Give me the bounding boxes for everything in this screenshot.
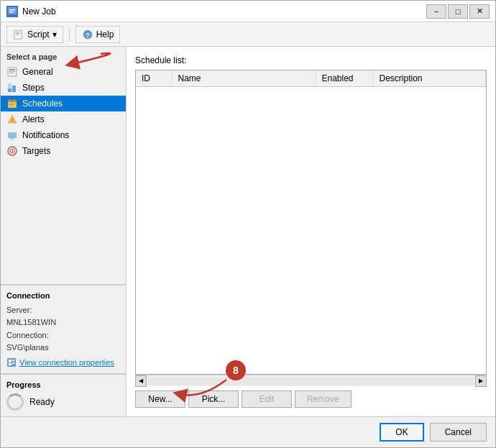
alerts-icon: ! — [6, 114, 18, 125]
window-icon — [6, 6, 18, 17]
close-button[interactable]: ✕ — [469, 4, 490, 19]
title-bar: New Job − □ ✕ — [1, 1, 495, 22]
sidebar-item-notifications[interactable]: Notifications — [1, 127, 126, 143]
ok-button[interactable]: OK — [380, 423, 423, 442]
svg-rect-5 — [16, 33, 20, 34]
progress-section: Progress Ready — [1, 373, 126, 416]
svg-rect-2 — [9, 12, 14, 13]
schedule-table-container[interactable]: ID Name Enabled Description — [135, 70, 487, 375]
sidebar: Select a page General — [1, 47, 127, 416]
svg-rect-20 — [9, 104, 11, 105]
col-header-name: Name — [172, 70, 316, 87]
svg-rect-24 — [8, 132, 17, 138]
pick-button[interactable]: Pick... — [188, 390, 239, 408]
sidebar-label-alerts: Alerts — [22, 114, 45, 124]
sidebar-label-general: General — [22, 67, 53, 77]
view-connection-properties-link[interactable]: View connection properties — [6, 357, 120, 367]
sidebar-item-schedules[interactable]: Schedules — [1, 96, 126, 111]
svg-rect-1 — [9, 9, 15, 11]
svg-rect-33 — [9, 363, 12, 365]
script-button[interactable]: Script ▾ — [6, 26, 63, 43]
footer: OK Cancel — [1, 416, 495, 447]
sidebar-item-steps[interactable]: Steps — [1, 80, 126, 96]
sidebar-label-targets: Targets — [22, 146, 50, 156]
svg-rect-6 — [16, 35, 19, 35]
svg-rect-13 — [8, 88, 12, 92]
progress-section-title: Progress — [6, 380, 120, 389]
svg-point-28 — [12, 150, 13, 152]
sidebar-label-notifications: Notifications — [22, 130, 69, 140]
cancel-button[interactable]: Cancel — [430, 423, 487, 442]
connection-value: SVG\planas — [6, 342, 120, 355]
svg-rect-19 — [14, 99, 15, 101]
col-header-description: Description — [373, 70, 486, 87]
svg-rect-30 — [9, 360, 12, 362]
remove-button[interactable]: Remove — [295, 390, 352, 408]
table-header-row: ID Name Enabled Description — [136, 70, 486, 87]
connection-section-title: Connection — [6, 291, 120, 300]
toolbar: Script ▾ ? Help — [1, 22, 495, 47]
svg-text:?: ? — [86, 32, 90, 39]
sidebar-label-steps: Steps — [22, 83, 45, 93]
sidebar-item-targets[interactable]: Targets — [1, 143, 126, 159]
title-controls: − □ ✕ — [426, 4, 490, 19]
connection-info: Server: MNL1581WIN Connection: SVG\plana… — [6, 304, 120, 355]
action-buttons: New... Pick... Edit Remove — [135, 390, 487, 408]
col-header-id: ID — [136, 70, 172, 87]
edit-button[interactable]: Edit — [242, 390, 292, 408]
svg-rect-0 — [8, 7, 17, 14]
svg-rect-18 — [9, 99, 11, 101]
progress-row: Ready — [6, 393, 120, 411]
svg-rect-12 — [9, 73, 14, 73]
targets-icon — [6, 145, 18, 157]
maximize-button[interactable]: □ — [448, 4, 468, 19]
minimize-button[interactable]: − — [426, 4, 446, 19]
col-header-enabled: Enabled — [316, 70, 373, 87]
svg-rect-32 — [12, 362, 14, 364]
schedule-table: ID Name Enabled Description — [136, 70, 486, 87]
new-button[interactable]: New... — [135, 390, 185, 408]
svg-rect-10 — [9, 69, 15, 70]
horizontal-scrollbar[interactable]: ◀ ▶ — [135, 375, 487, 386]
schedules-icon — [6, 98, 18, 109]
main-content: Select a page General — [1, 47, 495, 416]
sidebar-item-general[interactable]: General — [1, 64, 126, 80]
progress-spinner — [6, 393, 24, 411]
window-title: New Job — [22, 6, 422, 17]
svg-rect-15 — [8, 83, 12, 88]
sidebar-items: General Steps — [1, 64, 126, 159]
svg-rect-21 — [12, 104, 13, 105]
script-label: Script — [27, 29, 50, 40]
connection-label: Connection: — [6, 329, 120, 342]
svg-rect-14 — [12, 86, 16, 92]
schedule-list-label: Schedule list: — [135, 55, 487, 65]
server-label: Server: — [6, 304, 120, 317]
notifications-icon — [6, 129, 18, 141]
script-dropdown-icon: ▾ — [52, 29, 57, 40]
sidebar-label-schedules: Schedules — [22, 99, 63, 109]
sidebar-section-title: Select a page — [1, 47, 126, 64]
progress-status: Ready — [29, 397, 55, 407]
svg-rect-17 — [8, 100, 17, 102]
svg-rect-11 — [9, 71, 15, 72]
script-icon — [13, 29, 24, 40]
help-label: Help — [96, 29, 114, 40]
scroll-right-button[interactable]: ▶ — [475, 375, 487, 387]
svg-text:!: ! — [12, 117, 14, 124]
steps-icon — [6, 82, 18, 93]
help-button[interactable]: ? Help — [75, 26, 121, 43]
toolbar-separator — [69, 27, 70, 42]
view-props-label: View connection properties — [19, 358, 114, 367]
content-area: Schedule list: ID Name Enabled Descripti… — [127, 47, 495, 416]
scroll-left-button[interactable]: ◀ — [135, 375, 147, 387]
svg-rect-31 — [12, 360, 14, 361]
general-icon — [6, 66, 18, 78]
help-icon: ? — [82, 29, 93, 40]
svg-rect-4 — [16, 32, 20, 32]
server-value: MNL1581WIN — [6, 316, 120, 329]
connection-section: Connection Server: MNL1581WIN Connection… — [1, 284, 126, 373]
new-job-window: New Job − □ ✕ Script ▾ — [0, 0, 496, 448]
sidebar-item-alerts[interactable]: ! Alerts — [1, 111, 126, 127]
scroll-track[interactable] — [148, 377, 474, 385]
